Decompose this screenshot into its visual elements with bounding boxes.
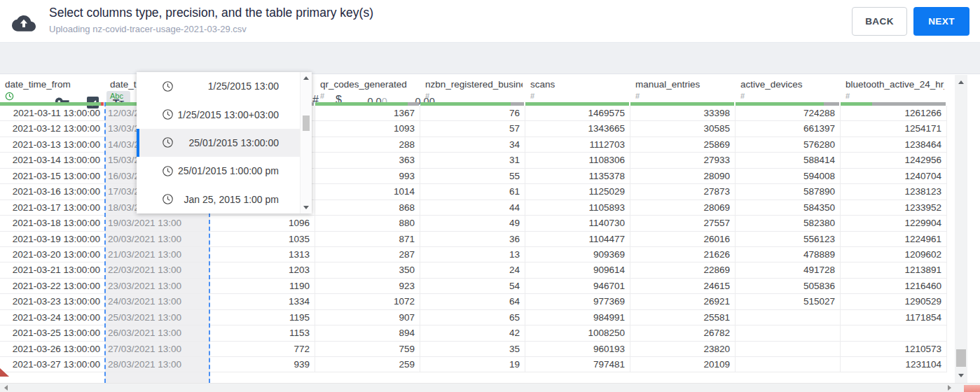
cell[interactable]: 1261266 [841, 106, 947, 120]
cell[interactable]: 1153 [210, 326, 315, 340]
cell[interactable]: 1213891 [841, 262, 947, 277]
cell[interactable]: 1469575 [525, 106, 630, 120]
cell[interactable]: 587890 [736, 184, 841, 199]
cell[interactable]: 25/03/2021 13:00 [105, 310, 210, 325]
cell[interactable]: 880 [315, 216, 420, 230]
cell[interactable]: 57 [420, 121, 525, 136]
dropdown-scrollbar-thumb[interactable] [303, 115, 310, 131]
cell[interactable]: 661397 [736, 121, 841, 136]
cell[interactable]: 2021-03-21 13:00:00 [0, 262, 105, 277]
cell[interactable]: 27/03/2021 13:00 [105, 342, 210, 356]
cell[interactable]: 1209602 [841, 247, 947, 262]
format-option[interactable]: 25/01/2015 13:00:00 [137, 129, 300, 157]
cell[interactable]: 19/03/2021 13:00 [105, 216, 210, 230]
cell[interactable]: 20/03/2021 13:00 [105, 232, 210, 246]
cell[interactable]: 594008 [736, 169, 841, 183]
cell[interactable]: 1140730 [525, 216, 630, 230]
cell[interactable]: 2021-03-24 13:00:00 [0, 310, 105, 325]
cell[interactable]: 1238123 [841, 184, 947, 199]
vertical-scrollbar[interactable] [955, 75, 967, 383]
cell[interactable]: 2021-03-27 13:00:00 [0, 357, 105, 372]
cell[interactable]: 20109 [630, 357, 736, 372]
cell[interactable]: 363 [315, 153, 420, 167]
back-button[interactable]: BACK [852, 7, 907, 36]
cell[interactable]: 33398 [630, 106, 736, 120]
cell[interactable]: 2021-03-25 13:00:00 [0, 326, 105, 340]
cell[interactable]: 35 [420, 342, 525, 356]
cell[interactable]: 576280 [736, 137, 841, 152]
cell[interactable]: 871 [315, 232, 420, 246]
cell[interactable]: 55 [420, 169, 525, 183]
cell[interactable]: 478889 [736, 247, 841, 262]
cell[interactable]: 288 [315, 137, 420, 152]
format-option[interactable]: Jan 25, 2015 1:00 pm [137, 186, 300, 214]
next-button[interactable]: NEXT [913, 7, 969, 36]
cell[interactable]: 2021-03-26 13:00:00 [0, 342, 105, 356]
format-option[interactable]: 1/25/2015 13:00 [137, 72, 300, 100]
cell[interactable]: 49 [420, 216, 525, 230]
cell[interactable]: 2021-03-15 13:00:00 [0, 169, 105, 183]
cell[interactable]: 65 [420, 310, 525, 325]
cell[interactable]: 1190 [210, 279, 315, 293]
cell[interactable]: 588414 [736, 153, 841, 167]
cell[interactable]: 772 [210, 342, 315, 356]
cell[interactable]: 909614 [525, 262, 630, 277]
cell[interactable]: 24615 [630, 279, 736, 293]
cell[interactable]: 2021-03-16 13:00:00 [0, 184, 105, 199]
cell[interactable]: 993 [315, 169, 420, 183]
cell[interactable]: 946701 [525, 279, 630, 293]
scroll-down-icon[interactable] [958, 374, 964, 377]
cell[interactable] [736, 342, 841, 356]
cell[interactable]: 22869 [630, 262, 736, 277]
cell[interactable]: 1343665 [525, 121, 630, 136]
cell[interactable]: 939 [210, 357, 315, 372]
cell[interactable]: 724288 [736, 106, 841, 120]
cell[interactable]: 42 [420, 326, 525, 340]
cell[interactable]: 868 [315, 200, 420, 215]
cell[interactable]: 1195 [210, 310, 315, 325]
cell[interactable]: 2021-03-13 13:00:00 [0, 137, 105, 152]
cell[interactable]: 24/03/2021 13:00 [105, 294, 210, 309]
cell[interactable]: 1203 [210, 262, 315, 277]
cell[interactable]: 960193 [525, 342, 630, 356]
cell[interactable]: 2021-03-12 13:00:00 [0, 121, 105, 136]
cell[interactable]: 30585 [630, 121, 736, 136]
scroll-left-icon[interactable] [4, 385, 8, 391]
cell[interactable]: 2021-03-14 13:00:00 [0, 153, 105, 167]
cell[interactable]: 23/03/2021 13:00 [105, 279, 210, 293]
cell[interactable]: 556123 [736, 232, 841, 246]
cell[interactable]: 1093 [315, 121, 420, 136]
cell[interactable]: 2021-03-22 13:00:00 [0, 279, 105, 293]
column-header-date_time_from[interactable]: date_time_from [0, 74, 105, 102]
cell[interactable] [736, 310, 841, 325]
cell[interactable]: 1233952 [841, 200, 947, 215]
cell[interactable]: 1112703 [525, 137, 630, 152]
cell[interactable]: 64 [420, 294, 525, 309]
cell[interactable]: 26016 [630, 232, 736, 246]
cell[interactable]: 1240704 [841, 169, 947, 183]
cell[interactable]: 27557 [630, 216, 736, 230]
cell[interactable]: 2021-03-18 13:00:00 [0, 216, 105, 230]
cell[interactable]: 923 [315, 279, 420, 293]
cell[interactable]: 27933 [630, 153, 736, 167]
cell[interactable]: 977369 [525, 294, 630, 309]
cell[interactable]: 28090 [630, 169, 736, 183]
cell[interactable]: 491728 [736, 262, 841, 277]
cell[interactable]: 36 [420, 232, 525, 246]
cell[interactable]: 28/03/2021 13:00 [105, 357, 210, 372]
cell[interactable]: 2021-03-11 13:00:00 [0, 106, 105, 120]
horizontal-scrollbar-thumb[interactable] [964, 385, 980, 392]
cell[interactable]: 894 [315, 326, 420, 340]
column-header-manual_entries[interactable]: manual_entries# [630, 74, 736, 102]
cell[interactable]: 76 [420, 106, 525, 120]
cell[interactable]: 287 [315, 247, 420, 262]
cell[interactable]: 907 [315, 310, 420, 325]
dropdown-scroll-up-icon[interactable] [303, 76, 309, 80]
cell[interactable]: 759 [315, 342, 420, 356]
cell[interactable]: 26921 [630, 294, 736, 309]
cell[interactable]: 21626 [630, 247, 736, 262]
column-header-scans[interactable]: scans# [525, 74, 630, 102]
format-option[interactable]: 1/25/2015 13:00+03:00 [137, 100, 300, 128]
cell[interactable]: 1072 [315, 294, 420, 309]
cell[interactable]: 582380 [736, 216, 841, 230]
